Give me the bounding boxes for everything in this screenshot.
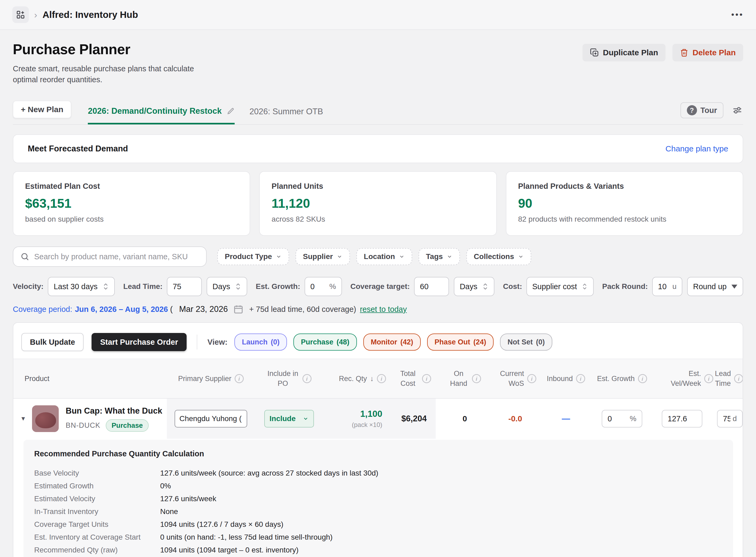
row-growth-input-wrap: %: [602, 410, 642, 428]
change-plan-type-link[interactable]: Change plan type: [666, 144, 728, 153]
cost-select[interactable]: Supplier cost: [526, 277, 594, 296]
chevron-down-icon: [242, 416, 242, 421]
calendar-icon[interactable]: [233, 304, 243, 314]
info-icon[interactable]: i: [576, 374, 585, 383]
tab-demand-continuity-restock[interactable]: 2026: Demand/Continuity Restock: [88, 99, 234, 124]
sort-desc-icon[interactable]: ↓: [370, 374, 374, 384]
tab-summer-otb[interactable]: 2026: Summer OTB: [250, 99, 323, 124]
toolbar-divider: [197, 334, 197, 350]
collapse-caret-icon[interactable]: ▼: [20, 415, 32, 422]
filter-product-type[interactable]: Product Type: [217, 248, 289, 265]
col-total-cost[interactable]: Total Cost i: [392, 369, 436, 388]
product-name[interactable]: Bun Cap: What the Duck: [66, 406, 162, 416]
view-count: (0): [271, 338, 279, 346]
pack-round-input-wrap: u: [652, 277, 682, 296]
search-input[interactable]: [34, 252, 199, 261]
velocity-select[interactable]: Last 30 days: [48, 277, 115, 296]
breadcrumb-chevron-icon: ›: [34, 10, 37, 20]
view-pill-not-set[interactable]: Not Set (0): [500, 333, 552, 351]
product-image: [32, 405, 59, 432]
stat-card-plan-cost: Estimated Plan Cost $63,151 based on sup…: [13, 171, 250, 236]
coverage-period-row: Coverage period: Jun 6, 2026 – Aug 5, 20…: [13, 304, 743, 314]
coverage-period-label: Coverage period:: [13, 305, 72, 314]
row-velocity-input[interactable]: [668, 414, 696, 423]
info-icon[interactable]: i: [302, 374, 311, 383]
product-sku: BN-DUCK: [66, 421, 100, 430]
include-in-po-select[interactable]: Include: [264, 410, 314, 428]
search-box: [13, 246, 207, 267]
supplier-select[interactable]: Chengdu Yuhong (: [175, 410, 247, 428]
round-mode-select[interactable]: Round up: [687, 277, 743, 296]
duplicate-plan-button[interactable]: Duplicate Plan: [582, 44, 666, 61]
filter-location[interactable]: Location: [356, 248, 412, 265]
info-icon[interactable]: i: [704, 374, 713, 383]
col-est-growth[interactable]: Est. Growth i: [595, 374, 649, 384]
col-current-wos[interactable]: Current WoS i: [494, 369, 537, 388]
status-badge: Purchase: [106, 419, 149, 432]
filter-tags[interactable]: Tags: [419, 248, 460, 265]
coverage-period-note: + 75d lead time, 60d coverage): [249, 305, 356, 314]
filter-supplier[interactable]: Supplier: [296, 248, 350, 265]
lead-time-label: Lead Time:: [123, 282, 162, 291]
info-icon[interactable]: i: [377, 374, 386, 383]
col-primary-supplier[interactable]: Primary Supplier i: [167, 374, 255, 384]
coverage-period-range: Jun 6, 2026 – Aug 5, 2026: [75, 305, 168, 314]
velocity-label: Velocity:: [13, 282, 43, 291]
plan-tabs: + New Plan 2026: Demand/Continuity Resto…: [13, 99, 743, 125]
info-icon[interactable]: i: [235, 374, 244, 383]
row-growth-input[interactable]: [608, 414, 628, 423]
view-pill-purchase[interactable]: Purchase (48): [293, 333, 357, 351]
stat-card-planned-units: Planned Units 11,120 across 82 SKUs: [259, 171, 496, 236]
col-lead-time[interactable]: Lead Time i: [716, 369, 743, 388]
growth-input[interactable]: [310, 282, 326, 291]
delete-plan-button[interactable]: Delete Plan: [672, 44, 743, 61]
col-product[interactable]: Product: [13, 374, 167, 384]
plan-settings-row: Velocity: Last 30 days Lead Time: Days E…: [13, 277, 743, 296]
coverage-unit-select[interactable]: Days: [454, 277, 494, 296]
new-plan-button[interactable]: + New Plan: [13, 101, 71, 118]
filter-collections[interactable]: Collections: [466, 248, 531, 265]
lead-time-input[interactable]: [173, 282, 196, 291]
start-purchase-order-button[interactable]: Start Purchase Order: [92, 333, 187, 351]
edit-pencil-icon[interactable]: [226, 107, 235, 115]
trash-icon: [680, 48, 689, 57]
app-grid-icon[interactable]: [12, 6, 29, 23]
view-pill-phase-out[interactable]: Phase Out (24): [427, 333, 494, 351]
more-menu-icon[interactable]: •••: [731, 10, 744, 19]
col-include-in-po[interactable]: Include in PO i: [255, 369, 323, 388]
view-pill-monitor[interactable]: Monitor (42): [363, 333, 421, 351]
chevron-down-icon: [276, 254, 282, 260]
stat-value: 11,120: [271, 196, 484, 211]
stat-value: $63,151: [25, 196, 238, 211]
col-inbound[interactable]: Inbound i: [537, 374, 595, 384]
chevron-down-icon: [303, 416, 309, 421]
info-icon[interactable]: i: [734, 374, 743, 383]
coverage-input[interactable]: [420, 282, 443, 291]
coverage-target-label: Coverage target:: [351, 282, 410, 291]
current-wos-value: -0.0: [508, 414, 522, 423]
info-icon[interactable]: i: [527, 374, 536, 383]
view-pill-launch[interactable]: Launch (0): [234, 333, 287, 351]
start-date-input[interactable]: Mar 23, 2026: [179, 304, 228, 314]
col-est-vel-week[interactable]: Est. Vel/Week i: [649, 369, 716, 388]
chevron-down-icon: [518, 254, 524, 260]
info-icon[interactable]: i: [472, 374, 481, 383]
duplicate-icon: [590, 48, 599, 57]
col-on-hand[interactable]: On Hand i: [436, 369, 494, 388]
row-lead-time-input[interactable]: [723, 414, 730, 423]
info-icon[interactable]: i: [422, 374, 431, 383]
info-icon[interactable]: i: [638, 374, 647, 383]
sliders-settings-icon[interactable]: [731, 105, 743, 116]
lead-time-input-wrap: [167, 277, 202, 296]
table-toolbar: Bulk Update Start Purchase Order View: L…: [13, 330, 743, 352]
col-rec-qty[interactable]: Rec. Qty ↓ i: [323, 374, 392, 384]
calc-row: Est. Inventory at Coverage Start 0 units…: [34, 531, 722, 544]
pack-round-input[interactable]: [658, 282, 669, 291]
bulk-update-button[interactable]: Bulk Update: [21, 333, 84, 351]
tour-button[interactable]: ? Tour: [681, 102, 723, 118]
calc-row: Estimated Velocity 127.6 units/week: [34, 492, 722, 505]
header-actions: Duplicate Plan Delete Plan: [582, 44, 743, 61]
lead-time-unit-select[interactable]: Days: [207, 277, 247, 296]
breadcrumb[interactable]: Alfred: Inventory Hub: [42, 9, 138, 20]
reset-to-today-link[interactable]: reset to today: [360, 305, 407, 314]
